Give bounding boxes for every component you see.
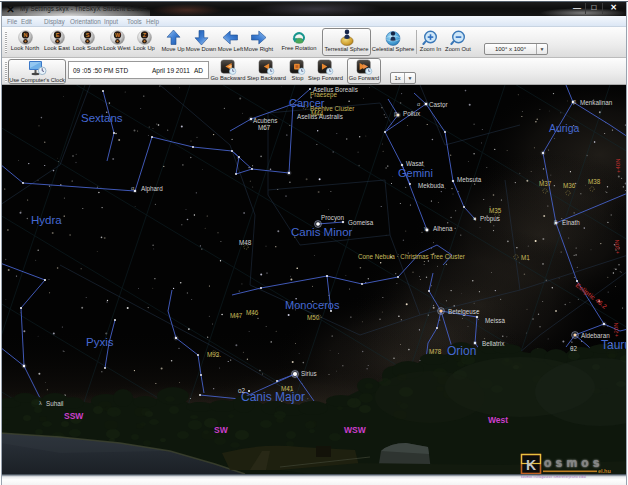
svg-text:SW: SW [214, 425, 229, 435]
svg-text:SSW: SSW [64, 411, 84, 421]
svg-text:Alhena: Alhena [433, 225, 453, 232]
svg-text:Alphard: Alphard [141, 185, 163, 193]
svg-text:M47: M47 [230, 312, 243, 319]
svg-text:M41: M41 [281, 385, 294, 392]
svg-text:Bellatrix: Bellatrix [482, 340, 505, 347]
svg-text:β: β [554, 219, 557, 225]
svg-text:M44: M44 [311, 110, 324, 117]
svg-text:Gemini: Gemini [398, 167, 433, 179]
svg-text:M1: M1 [521, 254, 530, 261]
svg-text:Taurus: Taurus [601, 338, 628, 352]
svg-text:M93.: M93. [207, 351, 221, 358]
svg-text:Orion: Orion [447, 344, 476, 358]
svg-text:E: E [55, 32, 59, 38]
svg-text:Gomeisa: Gomeisa [348, 219, 374, 226]
svg-text:Cone Nebula · Christmas Tree C: Cone Nebula · Christmas Tree Cluster [358, 253, 465, 260]
svg-text:S: S [86, 32, 90, 38]
svg-text:λ: λ [39, 400, 42, 406]
svg-text:η: η [473, 215, 476, 221]
svg-text:K: K [526, 457, 536, 473]
svg-text:β: β [394, 111, 397, 117]
svg-text:Acubens: Acubens [253, 117, 278, 124]
svg-text:γ: γ [424, 225, 427, 231]
svg-text:+40N: +40N [615, 158, 621, 173]
svg-text:Mebsuta: Mebsuta [457, 176, 482, 183]
svg-text:+30N: +30N [614, 239, 620, 254]
svg-text:Menkalinan: Menkalinan [580, 99, 613, 106]
svg-text:Sextans: Sextans [81, 112, 123, 124]
svg-text:Meissa: Meissa [485, 317, 505, 324]
svg-text:West: West [488, 415, 508, 425]
svg-text:Castor: Castor [429, 101, 448, 108]
svg-text:Monoceros: Monoceros [285, 299, 340, 311]
svg-text:Suhail: Suhail [46, 400, 64, 407]
svg-text:M38: M38 [588, 178, 601, 185]
svg-text:Propus: Propus [480, 215, 500, 223]
svg-text:o2: o2 [238, 387, 246, 394]
svg-text:Canis Minor: Canis Minor [291, 226, 353, 238]
svg-text:θ2: θ2 [570, 345, 578, 352]
svg-text:M35: M35 [489, 207, 502, 214]
svg-text:M48: M48 [239, 239, 252, 246]
svg-text:WSW: WSW [344, 425, 367, 435]
svg-text:Mekbuda: Mekbuda [418, 182, 444, 189]
svg-text:Auriga: Auriga [549, 122, 580, 134]
svg-text:Pyxis: Pyxis [86, 336, 114, 348]
svg-text:M46: M46 [246, 309, 259, 316]
svg-text:Betelgeuse: Betelgeuse [448, 308, 480, 316]
svg-text:M36: M36 [563, 182, 576, 189]
svg-text:Elnath: Elnath [562, 219, 580, 226]
svg-text:N: N [23, 32, 27, 38]
svg-text:Canis Major: Canis Major [241, 390, 305, 404]
svg-text:+20N: +20N [613, 322, 619, 337]
svg-text:M37: M37 [539, 180, 552, 187]
svg-text:osmos: osmos [544, 456, 604, 470]
svg-text:Wasat: Wasat [406, 160, 424, 167]
svg-text:Hydra: Hydra [31, 214, 62, 226]
svg-text:Aldebaran: Aldebaran [581, 332, 610, 339]
svg-text:Procyon: Procyon [321, 214, 345, 222]
svg-text:M78: M78 [429, 348, 442, 355]
svg-text:β: β [573, 99, 576, 105]
svg-text:Praesepe: Praesepe [310, 91, 337, 99]
svg-text:Sirius: Sirius [301, 370, 317, 377]
svg-text:M50: M50 [307, 314, 320, 321]
svg-text:Pollux: Pollux [403, 110, 421, 117]
svg-text:M67: M67 [258, 124, 271, 131]
